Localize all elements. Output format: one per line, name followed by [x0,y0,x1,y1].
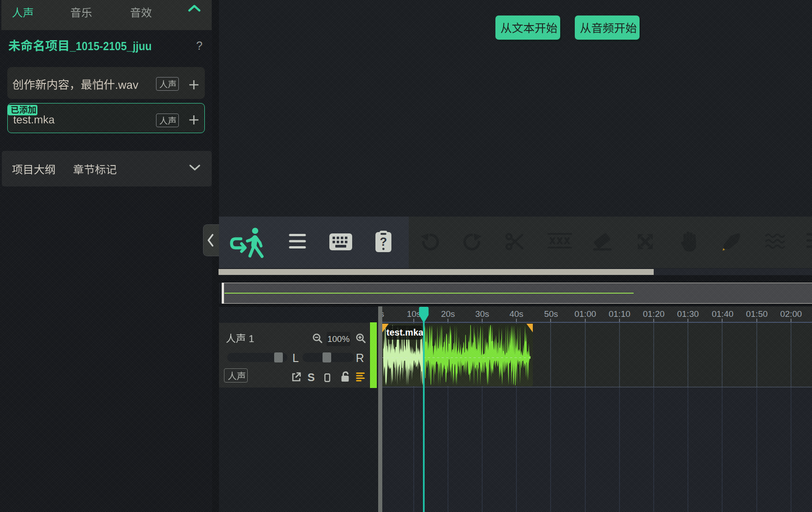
svg-text:?: ? [380,235,387,248]
